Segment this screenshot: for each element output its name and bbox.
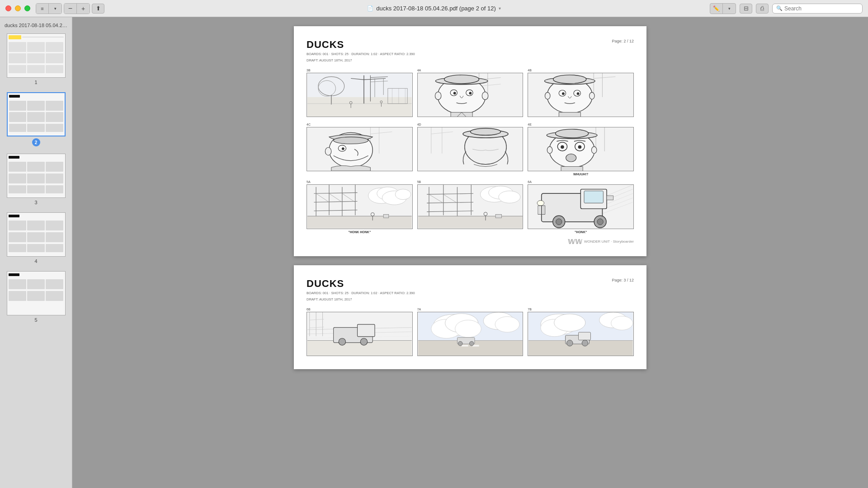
svg-point-75 bbox=[556, 129, 589, 138]
zoom-control-group: − + bbox=[64, 3, 90, 14]
view-button[interactable]: ≡ bbox=[36, 4, 49, 14]
label-7b: 7B bbox=[528, 308, 634, 311]
svg-rect-181 bbox=[579, 332, 591, 340]
svg-rect-167 bbox=[472, 345, 479, 347]
svg-point-161 bbox=[455, 320, 481, 337]
page2-num: Page: 2 / 12 bbox=[612, 39, 634, 43]
toolbar-left: ≡ ▾ − + ⬆ bbox=[36, 3, 104, 14]
page3-meta2: DRAFT: AUGUST 18TH, 2017 bbox=[307, 297, 415, 302]
cell-6a: 6A bbox=[528, 180, 634, 233]
zoom-out-button[interactable]: − bbox=[64, 4, 77, 14]
svg-point-61 bbox=[342, 147, 344, 150]
document-title: ducks 2017-08-18 05.04.26.pdf (page 2 of… bbox=[376, 5, 496, 12]
svg-rect-117 bbox=[418, 216, 523, 229]
frame-6a bbox=[528, 184, 634, 229]
frame-4b bbox=[528, 73, 634, 117]
svg-point-175 bbox=[554, 314, 585, 331]
sidebar-page-3[interactable]: 3 bbox=[0, 152, 72, 211]
cell-7b: 7B bbox=[528, 308, 634, 357]
sidebar-toggle-button[interactable]: ⊟ bbox=[740, 4, 752, 14]
frame-3b bbox=[307, 73, 413, 117]
svg-point-62 bbox=[325, 147, 331, 155]
footer-logo-2: 𝕎𝕎 WONDER UNIT · Storyboarder bbox=[568, 238, 634, 245]
svg-rect-2 bbox=[307, 97, 412, 117]
page-number-4: 4 bbox=[34, 258, 37, 264]
label-4d: 4D bbox=[417, 123, 524, 126]
svg-rect-103 bbox=[383, 215, 389, 218]
cell-4d: 4D bbox=[417, 123, 524, 176]
svg-rect-99 bbox=[307, 216, 412, 229]
sidebar-page-1[interactable]: 1 bbox=[0, 32, 72, 90]
svg-rect-121 bbox=[495, 215, 501, 218]
svg-point-134 bbox=[597, 219, 603, 225]
page3-meta1: BOARDS: 001 · SHOTS: 25 · DURATION: 1:02… bbox=[307, 291, 415, 296]
page2-row2: 4C bbox=[307, 123, 634, 176]
minimize-button[interactable] bbox=[15, 5, 21, 11]
search-box[interactable]: 🔍 bbox=[772, 4, 863, 14]
thumbnail-4 bbox=[7, 212, 66, 257]
svg-rect-148 bbox=[358, 324, 375, 336]
svg-point-36 bbox=[482, 92, 488, 99]
svg-point-135 bbox=[537, 201, 544, 206]
cell-4a: 4A bbox=[417, 69, 524, 118]
svg-point-51 bbox=[545, 92, 551, 99]
close-button[interactable] bbox=[5, 5, 11, 11]
svg-rect-166 bbox=[462, 345, 468, 347]
svg-point-169 bbox=[458, 341, 462, 346]
cell-5a: 5A bbox=[307, 180, 413, 233]
titlebar-center: 📄 ducks 2017-08-18 05.04.26.pdf (page 2 … bbox=[367, 5, 501, 12]
frame-7a bbox=[417, 312, 524, 356]
pdf-icon: 📄 bbox=[367, 5, 373, 11]
svg-point-35 bbox=[435, 92, 441, 99]
cell-4b: 4B bbox=[528, 69, 634, 118]
label-4b: 4B bbox=[528, 69, 634, 72]
svg-point-149 bbox=[339, 338, 345, 345]
search-input[interactable] bbox=[784, 5, 859, 12]
view-chevron[interactable]: ▾ bbox=[49, 4, 61, 14]
sidebar: ducks 2017-08-18 05.04.26... bbox=[0, 17, 72, 488]
share-button[interactable]: ⬆ bbox=[92, 4, 104, 14]
svg-point-46 bbox=[553, 75, 586, 84]
page2-row1: 3B bbox=[307, 69, 634, 118]
thumbnail-3 bbox=[7, 154, 66, 198]
sidebar-page-5[interactable]: 5 bbox=[0, 269, 72, 328]
titlebar: ≡ ▾ − + ⬆ 📄 ducks 2017-08-18 05.04.26.pd… bbox=[0, 0, 868, 17]
svg-point-78 bbox=[561, 145, 564, 149]
pen-button[interactable]: ✏️ bbox=[710, 4, 723, 14]
cell-5b: 5B bbox=[417, 180, 524, 233]
frame-7b bbox=[528, 312, 634, 356]
search-icon: 🔍 bbox=[776, 5, 783, 11]
cell-3b: 3B bbox=[307, 69, 413, 118]
label-6a: 6A bbox=[528, 180, 634, 183]
toolbar-right: ✏️ ▾ ⊟ ⎙ 🔍 bbox=[710, 3, 863, 14]
annotation-group: ✏️ ▾ bbox=[710, 3, 736, 14]
sidebar-page-2[interactable]: 2 bbox=[0, 90, 72, 152]
caption-6a: "HONK" bbox=[528, 230, 634, 234]
print-button[interactable]: ⎙ bbox=[756, 4, 769, 14]
page-number-1: 1 bbox=[34, 80, 37, 85]
svg-point-163 bbox=[495, 316, 519, 332]
pdf-page-2: DUCKS BOARDS: 001 · SHOTS: 25 · DURATION… bbox=[294, 26, 646, 256]
title-chevron[interactable]: ▾ bbox=[499, 6, 501, 11]
svg-point-177 bbox=[611, 316, 633, 330]
svg-point-33 bbox=[453, 92, 456, 94]
thumbnail-5 bbox=[7, 271, 66, 315]
pen-chevron[interactable]: ▾ bbox=[723, 4, 736, 14]
frame-5b bbox=[417, 184, 524, 229]
maximize-button[interactable] bbox=[24, 5, 30, 11]
frame-4a bbox=[417, 73, 524, 117]
svg-point-116 bbox=[499, 191, 520, 203]
label-7a: 7A bbox=[417, 308, 524, 311]
sidebar-page-4[interactable]: 4 bbox=[0, 211, 72, 269]
page2-row3: 5A bbox=[307, 180, 634, 233]
svg-point-170 bbox=[469, 341, 474, 346]
label-4e: 4E bbox=[528, 123, 634, 126]
svg-point-183 bbox=[582, 340, 588, 346]
label-6b: 6B bbox=[307, 308, 413, 311]
label-5b: 5B bbox=[417, 180, 524, 183]
page3-num: Page: 3 / 12 bbox=[612, 278, 634, 282]
thumbnail-1 bbox=[7, 33, 66, 78]
cell-4e: 4E bbox=[528, 123, 634, 176]
zoom-in-button[interactable]: + bbox=[77, 4, 90, 14]
label-4a: 4A bbox=[417, 69, 524, 72]
